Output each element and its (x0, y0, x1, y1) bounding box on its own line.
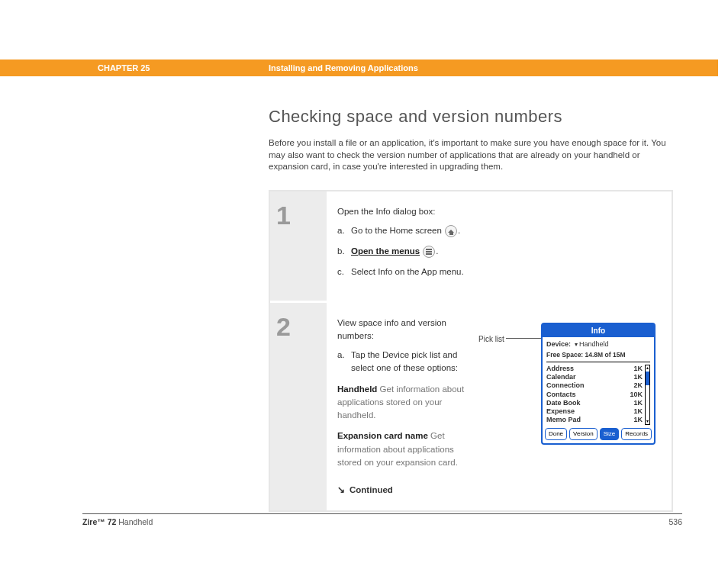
product-name: Zire™ 72 Handheld (82, 517, 153, 526)
list-letter: a. (337, 224, 345, 237)
scroll-up-icon[interactable]: ▴ (646, 365, 649, 371)
continued-arrow-icon: ↘ (337, 483, 345, 497)
app-row[interactable]: Address1K (546, 365, 643, 373)
app-size: 10K (630, 391, 643, 399)
continued-text: Continued (350, 485, 393, 494)
app-row[interactable]: Date Book1K (546, 399, 643, 407)
step1-b-post: . (436, 246, 438, 256)
step1-a-text: Go to the Home screen (351, 226, 444, 235)
step1-lead: Open the Info dialog box: (337, 205, 661, 218)
app-row[interactable]: Connection2K (546, 381, 643, 390)
term-expansion: Expansion card name (337, 431, 428, 440)
step1-a-post: . (458, 226, 460, 235)
home-icon (445, 225, 457, 237)
device-picklist[interactable]: Device: ▾ Handheld (546, 339, 650, 350)
step1-item-b: b. Open the menus . (337, 245, 661, 258)
free-space-label: Free Space: 14.8M of 15M (546, 350, 650, 360)
size-button[interactable]: Size (600, 428, 620, 440)
term-handheld: Handheld (337, 384, 377, 394)
definition-expansion: Expansion card name Get information abou… (337, 429, 471, 469)
page-footer: Zire™ 72 Handheld 536 (82, 513, 682, 526)
app-name: Calendar (546, 373, 576, 381)
menu-icon (423, 246, 435, 258)
app-name: Address (546, 365, 574, 373)
scrollbar[interactable]: ▴ ▾ (645, 365, 650, 425)
done-button[interactable]: Done (545, 428, 567, 440)
page-heading: Checking space and version numbers (269, 107, 673, 127)
info-dialog: Info Device: ▾ Handheld Free Space: 14.8… (541, 323, 656, 445)
app-size: 1K (633, 365, 643, 373)
step1-item-a: a. Go to the Home screen . (337, 224, 661, 237)
step-number: 1 (276, 201, 327, 230)
app-list: Address1KCalendar1KConnection2KContacts1… (546, 365, 650, 425)
list-letter: b. (337, 245, 345, 258)
main-content: Checking space and version numbers Befor… (269, 107, 673, 512)
app-size: 1K (633, 399, 643, 407)
app-row[interactable]: Expense1K (546, 407, 643, 416)
device-label: Device: (546, 340, 571, 348)
app-name: Connection (546, 381, 585, 390)
chapter-title: Installing and Removing Applications (269, 63, 418, 72)
step-number-cell: 2 (270, 303, 327, 511)
step1-c-text: Select Info on the App menu. (351, 267, 464, 276)
dropdown-arrow-icon: ▾ (575, 341, 578, 348)
app-name: Date Book (546, 399, 581, 407)
product-rest: Handheld (116, 517, 153, 526)
step2-a-text: Tap the Device pick list and select one … (351, 350, 458, 372)
step-number: 2 (276, 312, 327, 342)
steps-container: 1 Open the Info dialog box: a. Go to the… (269, 190, 673, 513)
app-size: 1K (633, 416, 643, 424)
step-body: View space info and version numbers: a. … (327, 303, 672, 511)
step-1: 1 Open the Info dialog box: a. Go to the… (270, 191, 672, 303)
page-number: 536 (668, 517, 682, 526)
app-size: 2K (633, 381, 643, 390)
app-name: Memo Pad (546, 416, 581, 424)
step2-figure-column: Pick list Info Device: ▾ Handheld Free S… (478, 317, 661, 497)
divider (546, 362, 650, 362)
step-2: 2 View space info and version numbers: a… (270, 303, 672, 511)
step2-text-column: View space info and version numbers: a. … (337, 317, 471, 497)
version-button[interactable]: Version (569, 428, 598, 440)
open-menus-link[interactable]: Open the menus (351, 246, 420, 256)
dialog-buttons: Done Version Size Records (546, 428, 650, 440)
step2-item-a: a. Tap the Device pick list and select o… (337, 349, 471, 375)
continued-label: ↘Continued (337, 483, 471, 497)
callout-line (506, 338, 541, 339)
records-button[interactable]: Records (621, 428, 652, 440)
picklist-callout: Pick list (478, 333, 504, 345)
app-row[interactable]: Calendar1K (546, 373, 643, 381)
app-name: Expense (546, 407, 575, 416)
product-bold: Zire™ 72 (82, 517, 116, 526)
app-row[interactable]: Memo Pad1K (546, 416, 643, 424)
step-number-cell: 1 (270, 191, 327, 301)
device-value: Handheld (579, 340, 609, 348)
step1-item-c: c. Select Info on the App menu. (337, 265, 661, 278)
chapter-number: CHAPTER 25 (98, 63, 269, 72)
app-size: 1K (633, 407, 643, 416)
definition-handheld: Handheld Get information about applicati… (337, 383, 471, 423)
scroll-thumb[interactable] (646, 372, 649, 385)
app-size: 1K (633, 373, 643, 381)
intro-paragraph: Before you install a file or an applicat… (269, 137, 673, 173)
list-letter: c. (337, 265, 344, 278)
app-name: Contacts (546, 391, 576, 399)
step2-lead: View space info and version numbers: (337, 317, 471, 343)
scroll-down-icon[interactable]: ▾ (646, 419, 649, 424)
dialog-content: Device: ▾ Handheld Free Space: 14.8M of … (543, 337, 654, 443)
chapter-header: CHAPTER 25 Installing and Removing Appli… (0, 60, 718, 76)
dialog-title: Info (543, 324, 654, 337)
app-row[interactable]: Contacts10K (546, 391, 643, 399)
step-body: Open the Info dialog box: a. Go to the H… (327, 191, 672, 301)
list-letter: a. (337, 349, 345, 362)
